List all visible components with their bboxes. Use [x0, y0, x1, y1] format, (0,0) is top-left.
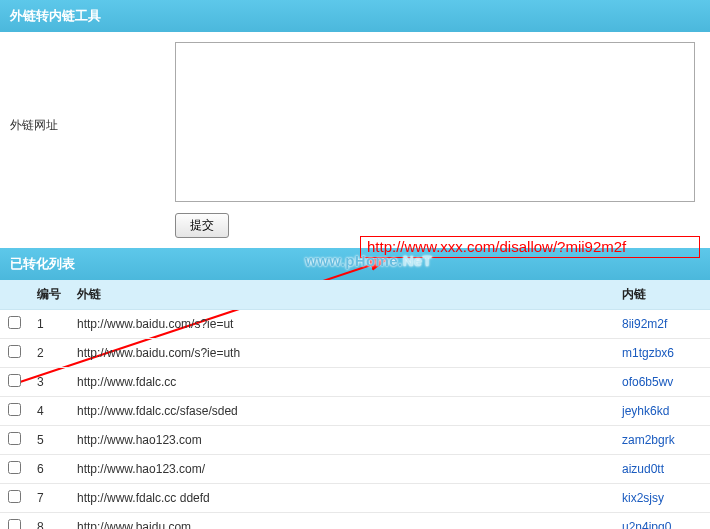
- row-num: 1: [29, 310, 69, 339]
- row-internal-link[interactable]: jeyhk6kd: [622, 404, 669, 418]
- converted-table: 编号 外链 内链 1http://www.baidu.com/s?ie=ut8i…: [0, 280, 710, 529]
- form-area: 外链网址 提交: [0, 32, 710, 248]
- panel-title-list: 已转化列表: [0, 248, 710, 280]
- col-header-internal: 内链: [614, 280, 710, 310]
- panel-title-tool: 外链转内链工具: [0, 0, 710, 32]
- row-external: http://www.fdalc.cc ddefd: [69, 484, 614, 513]
- table-row: 7http://www.fdalc.cc ddefdkix2sjsy: [0, 484, 710, 513]
- row-checkbox[interactable]: [8, 374, 21, 387]
- submit-button[interactable]: 提交: [175, 213, 229, 238]
- table-row: 8http://www.baidu.comu2n4jpg0: [0, 513, 710, 530]
- urls-textarea[interactable]: [175, 42, 695, 202]
- row-checkbox[interactable]: [8, 432, 21, 445]
- row-external: http://www.hao123.com/: [69, 455, 614, 484]
- table-row: 5http://www.hao123.comzam2bgrk: [0, 426, 710, 455]
- row-internal-link[interactable]: zam2bgrk: [622, 433, 675, 447]
- table-row: 4http://www.fdalc.cc/sfase/sdedjeyhk6kd: [0, 397, 710, 426]
- col-header-check: [0, 280, 29, 310]
- row-checkbox[interactable]: [8, 519, 21, 529]
- row-external: http://www.fdalc.cc: [69, 368, 614, 397]
- row-num: 6: [29, 455, 69, 484]
- row-num: 8: [29, 513, 69, 530]
- row-checkbox[interactable]: [8, 490, 21, 503]
- row-num: 5: [29, 426, 69, 455]
- table-row: 3http://www.fdalc.ccofo6b5wv: [0, 368, 710, 397]
- row-external: http://www.baidu.com/s?ie=ut: [69, 310, 614, 339]
- row-external: http://www.fdalc.cc/sfase/sded: [69, 397, 614, 426]
- urls-label: 外链网址: [5, 42, 175, 134]
- row-num: 7: [29, 484, 69, 513]
- row-external: http://www.hao123.com: [69, 426, 614, 455]
- row-internal-link[interactable]: 8ii92m2f: [622, 317, 667, 331]
- row-num: 2: [29, 339, 69, 368]
- row-internal-link[interactable]: kix2sjsy: [622, 491, 664, 505]
- row-num: 4: [29, 397, 69, 426]
- row-checkbox[interactable]: [8, 403, 21, 416]
- row-internal-link[interactable]: ofo6b5wv: [622, 375, 673, 389]
- row-checkbox[interactable]: [8, 316, 21, 329]
- row-checkbox[interactable]: [8, 461, 21, 474]
- row-internal-link[interactable]: m1tgzbx6: [622, 346, 674, 360]
- row-checkbox[interactable]: [8, 345, 21, 358]
- row-external: http://www.baidu.com: [69, 513, 614, 530]
- col-header-num: 编号: [29, 280, 69, 310]
- table-row: 6http://www.hao123.com/aizud0tt: [0, 455, 710, 484]
- row-external: http://www.baidu.com/s?ie=uth: [69, 339, 614, 368]
- row-internal-link[interactable]: u2n4jpg0: [622, 520, 671, 529]
- table-row: 1http://www.baidu.com/s?ie=ut8ii92m2f: [0, 310, 710, 339]
- table-row: 2http://www.baidu.com/s?ie=uthm1tgzbx6: [0, 339, 710, 368]
- row-num: 3: [29, 368, 69, 397]
- row-internal-link[interactable]: aizud0tt: [622, 462, 664, 476]
- col-header-external: 外链: [69, 280, 614, 310]
